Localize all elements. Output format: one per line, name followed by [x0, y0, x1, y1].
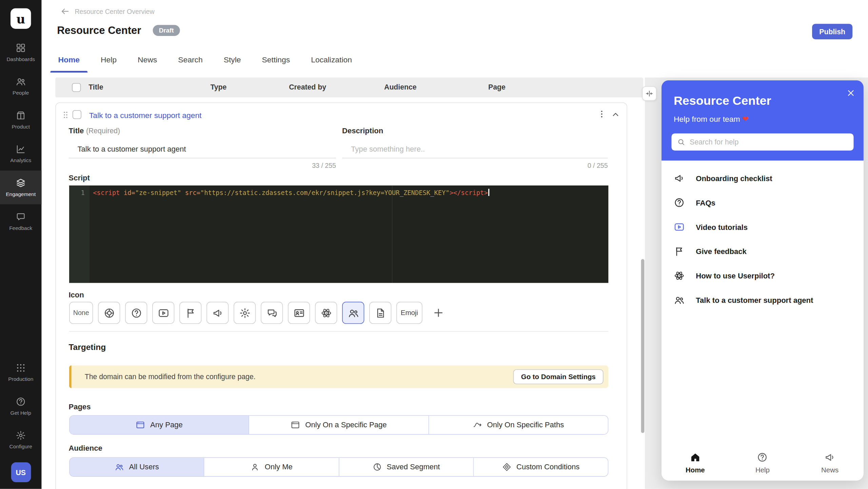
- avatar-initials: US: [16, 468, 25, 476]
- sidebar-item-product[interactable]: Product: [0, 103, 41, 137]
- icon-option-none[interactable]: None: [69, 302, 93, 324]
- go-to-domain-settings-button[interactable]: Go to Domain Settings: [513, 369, 604, 384]
- icon-option-megaphone[interactable]: [206, 302, 229, 324]
- segment-label: All Users: [129, 463, 159, 471]
- search-icon: [677, 138, 685, 146]
- icon-option-emoji[interactable]: Emoji: [396, 302, 422, 324]
- code-token: </script>: [453, 189, 488, 197]
- pages-option-specific-paths[interactable]: Only On Specific Paths: [429, 416, 608, 434]
- heart-icon: ❤: [742, 115, 749, 123]
- description-field-group: Description 0 / 255: [342, 126, 608, 169]
- preview-item-list: Onboarding checklist FAQs Video tutorial…: [662, 166, 864, 312]
- preview-nav-home[interactable]: Home: [662, 446, 729, 477]
- sidebar-item-production[interactable]: Production: [0, 355, 41, 389]
- audience-option-only-me[interactable]: Only Me: [204, 458, 339, 476]
- sidebar-item-analytics[interactable]: Analytics: [0, 137, 41, 171]
- tab-home[interactable]: Home: [51, 50, 87, 73]
- sidebar-item-engagement[interactable]: Engagement: [0, 171, 41, 204]
- icon-option-gear[interactable]: [234, 302, 256, 324]
- module-title-link[interactable]: Talk to a customer support agent: [89, 111, 202, 120]
- code-token: >: [450, 189, 453, 197]
- module-card: Talk to a customer support agent Title(R…: [55, 102, 627, 489]
- pages-option-any-page[interactable]: Any Page: [70, 416, 250, 434]
- tab-settings[interactable]: Settings: [254, 50, 298, 73]
- audience-option-all-users[interactable]: All Users: [70, 458, 204, 476]
- icon-option-question[interactable]: [125, 302, 147, 324]
- window-icon: [291, 420, 300, 430]
- sidebar-item-feedback[interactable]: Feedback: [0, 204, 41, 238]
- vertical-scrollbar-thumb[interactable]: [641, 259, 645, 433]
- icon-option-video[interactable]: [152, 302, 174, 324]
- script-code-editor[interactable]: 1 <script id="ze-snippet" src="https://s…: [69, 185, 608, 283]
- preview-item-faqs[interactable]: FAQs: [662, 191, 864, 215]
- sidebar-item-label: Configure: [9, 444, 32, 450]
- required-hint: (Required): [86, 127, 120, 135]
- preview-nav-label: News: [821, 466, 839, 474]
- sidebar-item-dashboards[interactable]: Dashboards: [0, 35, 41, 69]
- column-header-created-by: Created by: [289, 83, 326, 91]
- add-icon-button[interactable]: [427, 302, 449, 324]
- breadcrumb-label[interactable]: Resource Center Overview: [75, 7, 154, 15]
- sidebar-item-configure[interactable]: Configure: [0, 423, 41, 457]
- production-icon: [16, 363, 26, 373]
- status-badge: Draft: [153, 25, 180, 36]
- user-avatar[interactable]: US: [11, 462, 31, 482]
- publish-button[interactable]: Publish: [812, 24, 852, 39]
- tab-news[interactable]: News: [130, 50, 165, 73]
- preview-bottom-nav: Home Help News: [662, 446, 864, 477]
- preview-item-label: Onboarding checklist: [696, 174, 772, 182]
- preview-nav-news[interactable]: News: [796, 446, 864, 477]
- tab-localization[interactable]: Localization: [303, 50, 359, 73]
- preview-item-how-to-use-userpilot[interactable]: How to use Userpilot?: [662, 263, 864, 288]
- users-icon: [347, 307, 359, 318]
- preview-search[interactable]: [671, 133, 853, 151]
- back-arrow-icon[interactable]: [60, 7, 70, 16]
- preview-nav-label: Home: [686, 466, 705, 474]
- description-input[interactable]: [342, 140, 608, 158]
- pages-option-specific-page[interactable]: Only On a Specific Page: [249, 416, 429, 434]
- sidebar-item-label: Production: [8, 376, 33, 382]
- close-icon[interactable]: [846, 89, 855, 97]
- search-input[interactable]: [690, 138, 848, 146]
- audience-option-custom-conditions[interactable]: Custom Conditions: [474, 458, 608, 476]
- product-icon: [16, 110, 26, 121]
- sidebar-item-people[interactable]: People: [0, 69, 41, 103]
- panel-collapse-toggle[interactable]: [642, 86, 656, 101]
- icon-option-lifebuoy[interactable]: [98, 302, 120, 324]
- audience-option-saved-segment[interactable]: Saved Segment: [339, 458, 474, 476]
- icon-option-flag[interactable]: [179, 302, 201, 324]
- video-icon: [674, 221, 685, 233]
- screenshot-stage: u Dashboards People Product Analytics En…: [0, 0, 868, 489]
- window-icon: [136, 420, 145, 430]
- icon-option-document[interactable]: [369, 302, 391, 324]
- preview-item-talk-to-support[interactable]: Talk to a customer support agent: [662, 288, 864, 312]
- preview-item-onboarding-checklist[interactable]: Onboarding checklist: [662, 166, 864, 191]
- icon-option-id-card[interactable]: [288, 302, 310, 324]
- question-icon: [130, 307, 142, 318]
- page-header: Resource Center Draft: [57, 24, 180, 37]
- code-token: "ze-snippet": [135, 189, 181, 197]
- tab-help[interactable]: Help: [93, 50, 124, 73]
- sidebar-item-get-help[interactable]: Get Help: [0, 389, 41, 423]
- person-icon: [250, 462, 260, 472]
- preview-item-give-feedback[interactable]: Give feedback: [662, 239, 864, 263]
- tab-search[interactable]: Search: [170, 50, 210, 73]
- segment-label: Only Me: [265, 463, 293, 471]
- engagement-icon: [16, 178, 26, 188]
- drag-handle-icon[interactable]: [61, 110, 71, 120]
- icon-option-chat[interactable]: [261, 302, 283, 324]
- userpilot-logo[interactable]: u: [11, 8, 31, 28]
- megaphone-icon: [674, 173, 685, 184]
- kebab-menu-icon[interactable]: [597, 109, 607, 119]
- preview-item-video-tutorials[interactable]: Video tutorials: [662, 215, 864, 239]
- row-checkbox[interactable]: [73, 110, 81, 119]
- icon-option-atom[interactable]: [315, 302, 337, 324]
- select-all-checkbox[interactable]: [72, 83, 81, 92]
- diamond-icon: [502, 462, 512, 472]
- collapse-chevron-icon[interactable]: [611, 110, 620, 119]
- tab-style[interactable]: Style: [216, 50, 249, 73]
- icon-option-users-selected[interactable]: [342, 302, 364, 324]
- title-input[interactable]: [68, 140, 336, 158]
- preview-nav-help[interactable]: Help: [729, 446, 796, 477]
- gear-icon: [239, 307, 250, 318]
